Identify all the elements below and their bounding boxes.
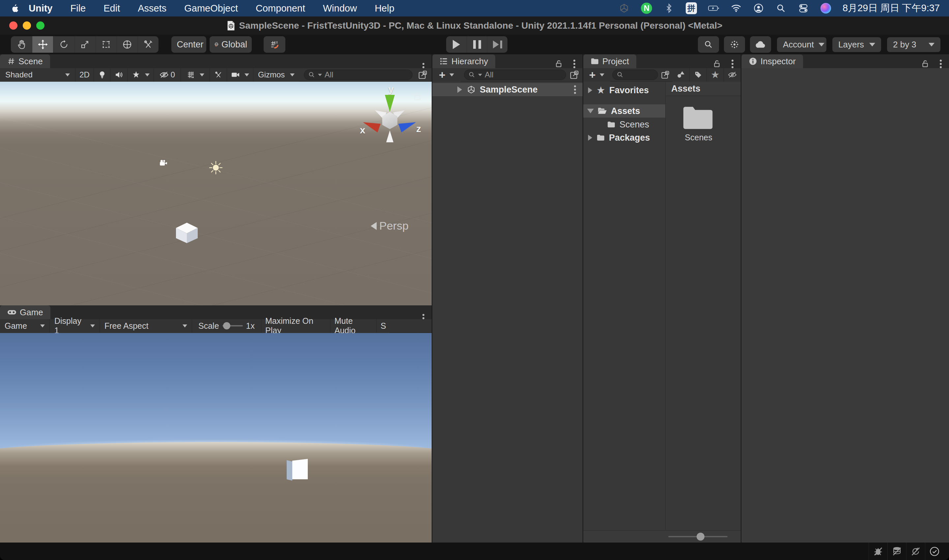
menu-bar-clock[interactable]: 8月29日 周日 下午9:37 xyxy=(843,2,940,15)
unity-status-icon[interactable] xyxy=(618,3,630,14)
menu-gameobject[interactable]: GameObject xyxy=(175,3,247,14)
menu-unity[interactable]: Unity xyxy=(20,3,62,14)
favorites-filter-button[interactable]: ★ xyxy=(707,68,724,82)
scene-cube-object[interactable] xyxy=(176,223,198,243)
layers-dropdown[interactable]: Layers xyxy=(832,37,881,52)
input-source-badge[interactable]: 拼 xyxy=(686,3,697,14)
favorites-expand-icon[interactable] xyxy=(588,87,593,93)
project-lock-icon[interactable] xyxy=(713,60,721,68)
asset-zoom-slider[interactable] xyxy=(668,536,727,537)
tab-hierarchy[interactable]: Hierarchy xyxy=(432,54,495,68)
gizmos-dropdown[interactable]: Gizmos xyxy=(253,68,299,82)
mute-audio-button[interactable]: Mute Audio xyxy=(330,319,376,333)
project-create-dropdown[interactable]: + xyxy=(583,68,610,82)
packages-expand-icon[interactable] xyxy=(588,135,593,141)
project-menu-kebab-icon[interactable] xyxy=(732,63,733,65)
hidden-packages-toggle[interactable] xyxy=(724,68,741,82)
tree-item-favorites[interactable]: ★ Favorites xyxy=(583,84,665,97)
hierarchy-search-window-icon[interactable] xyxy=(569,70,579,80)
splitter-scene-hierarchy[interactable] xyxy=(432,54,432,543)
global-space-toggle[interactable]: Global xyxy=(210,36,252,53)
progress-activity-button[interactable] xyxy=(724,36,745,53)
pause-button[interactable] xyxy=(467,36,487,53)
open-search-window-icon[interactable] xyxy=(418,70,428,80)
tree-item-assets[interactable]: Assets xyxy=(583,105,665,118)
axis-z-cone[interactable] xyxy=(398,118,417,132)
perspective-mode-button[interactable]: Persp xyxy=(371,219,408,232)
custom-tools-button[interactable] xyxy=(137,36,159,53)
bluetooth-icon[interactable] xyxy=(663,3,675,14)
scene-visibility-toggle[interactable]: 0 xyxy=(154,68,180,82)
tree-item-scenes[interactable]: Scenes xyxy=(583,118,665,131)
tab-scene[interactable]: Scene xyxy=(0,54,50,68)
user-account-icon[interactable] xyxy=(753,3,764,14)
tab-project[interactable]: Project xyxy=(583,54,636,68)
scene-viewport[interactable]: y x z Persp xyxy=(0,82,432,305)
battery-icon[interactable] xyxy=(708,3,719,14)
assets-expand-icon[interactable] xyxy=(587,109,594,113)
cache-server-disconnected-icon[interactable] xyxy=(887,543,906,560)
hierarchy-lock-icon[interactable] xyxy=(555,60,563,68)
control-center-icon[interactable] xyxy=(798,3,809,14)
search-toolbar-button[interactable] xyxy=(698,36,719,53)
window-title-bar[interactable]: SampleScene - FristTestUnity3D - PC, Mac… xyxy=(0,17,949,35)
scene-lighting-toggle[interactable] xyxy=(94,68,110,82)
inspector-menu-kebab-icon[interactable] xyxy=(940,63,942,65)
scale-slider[interactable] xyxy=(222,325,243,326)
project-search-window-icon[interactable] xyxy=(661,70,670,79)
draw-mode-dropdown[interactable]: Shaded xyxy=(0,68,75,82)
wifi-icon[interactable] xyxy=(730,3,742,14)
debugger-detached-icon[interactable] xyxy=(869,543,887,560)
search-by-type-button[interactable] xyxy=(673,68,690,82)
siri-icon[interactable] xyxy=(820,3,831,14)
account-dropdown[interactable]: Account xyxy=(777,37,826,52)
tab-game[interactable]: Game xyxy=(0,305,51,319)
project-search-input[interactable] xyxy=(612,69,658,80)
axis-neg-cone-3[interactable] xyxy=(386,131,393,142)
close-window-button[interactable] xyxy=(9,22,17,30)
display-dropdown[interactable]: Display 1 xyxy=(49,319,100,333)
breadcrumb-assets[interactable]: Assets xyxy=(666,82,741,96)
tab-inspector[interactable]: Inspector xyxy=(741,54,803,68)
layout-dropdown[interactable]: 2 by 3 xyxy=(887,37,940,52)
asset-item-scenes[interactable]: Scenes xyxy=(674,104,723,142)
zoom-window-button[interactable] xyxy=(36,22,45,30)
auto-refresh-disabled-icon[interactable] xyxy=(906,543,925,560)
scene-camera-dropdown[interactable] xyxy=(227,68,253,82)
hierarchy-menu-kebab-icon[interactable] xyxy=(573,63,575,65)
cloud-collab-button[interactable] xyxy=(750,36,771,53)
pivot-center-toggle[interactable]: Center xyxy=(171,36,206,53)
hierarchy-item-samplescene[interactable]: SampleScene xyxy=(432,83,582,96)
expand-triangle-icon[interactable] xyxy=(458,86,462,93)
tree-item-packages[interactable]: Packages xyxy=(583,131,665,144)
gizmo-lock-icon[interactable] xyxy=(413,92,422,102)
camera-gizmo-sprite[interactable] xyxy=(159,160,168,167)
search-by-label-button[interactable] xyxy=(689,68,707,82)
step-button[interactable] xyxy=(487,36,507,53)
apple-menu-icon[interactable] xyxy=(9,3,20,14)
menu-help[interactable]: Help xyxy=(366,3,403,14)
menu-assets[interactable]: Assets xyxy=(129,3,175,14)
scene-audio-toggle[interactable] xyxy=(110,68,127,82)
scale-tool-button[interactable] xyxy=(74,36,95,53)
scene-search-input[interactable]: All xyxy=(304,69,413,80)
hierarchy-search-input[interactable]: All xyxy=(464,69,566,80)
transform-tool-button[interactable] xyxy=(116,36,137,53)
2d-toggle-button[interactable]: 2D xyxy=(75,68,94,82)
axis-y-cone[interactable] xyxy=(385,95,395,112)
inspector-lock-icon[interactable] xyxy=(921,60,929,68)
splitter-project-inspector[interactable] xyxy=(741,54,741,543)
activity-ok-icon[interactable] xyxy=(925,543,944,560)
menu-window[interactable]: Window xyxy=(314,3,366,14)
samplescene-kebab-icon[interactable] xyxy=(574,89,576,91)
scene-tools-button[interactable] xyxy=(210,68,227,82)
display-target-dropdown[interactable]: Game xyxy=(0,319,49,333)
minimize-window-button[interactable] xyxy=(23,22,31,30)
spotlight-icon[interactable] xyxy=(775,3,787,14)
scene-grid-dropdown[interactable] xyxy=(180,68,210,82)
scene-effects-dropdown[interactable] xyxy=(127,68,154,82)
hand-tool-button[interactable] xyxy=(11,36,32,53)
menu-edit[interactable]: Edit xyxy=(95,3,129,14)
menu-file[interactable]: File xyxy=(62,3,95,14)
rotate-tool-button[interactable] xyxy=(53,36,74,53)
